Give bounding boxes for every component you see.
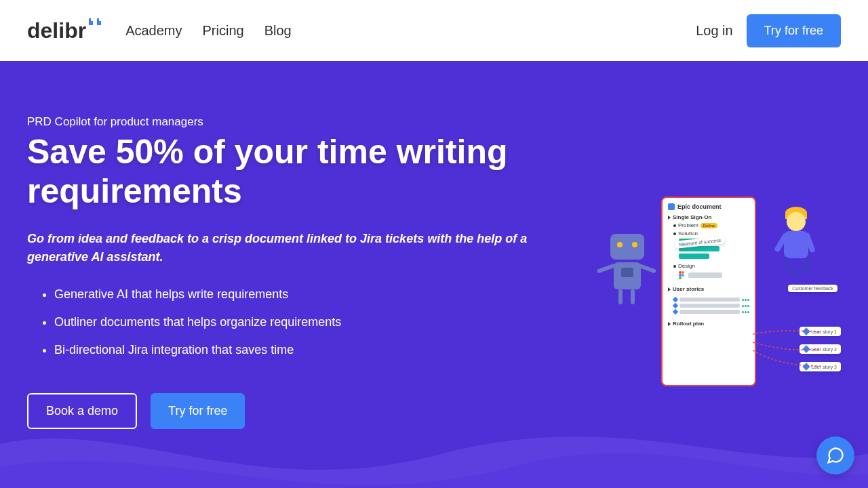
try-free-hero-button[interactable]: Try for free [151, 393, 245, 429]
nav-pricing[interactable]: Pricing [203, 23, 244, 39]
illustration-document-card: Epic document Single Sign-On Problem Def… [661, 197, 756, 386]
figma-icon [679, 271, 684, 279]
chat-widget-button[interactable] [816, 436, 854, 474]
doc-section-problem: Problem [678, 222, 698, 228]
doc-section-sso: Single Sign-On [673, 214, 711, 220]
try-free-header-button[interactable]: Try for free [747, 14, 841, 47]
logo-quotes-icon [87, 17, 105, 30]
nav-academy[interactable]: Academy [125, 23, 182, 39]
hero-bullet: Bi-directional Jira integration that sav… [54, 341, 556, 359]
jira-diamond-icon [803, 327, 810, 335]
hero-title: Save 50% of your time writing requiremen… [27, 133, 556, 211]
hero-cta-group: Book a demo Try for free [27, 393, 556, 429]
label-customer-feedback: Customer feedback [788, 285, 837, 292]
doc-section-design: Design [678, 263, 695, 269]
story-chip: User story 2 [800, 344, 841, 354]
hero-bullet: Generative AI that helps write requireme… [54, 285, 556, 304]
nav-blog[interactable]: Blog [264, 23, 292, 39]
hero-eyebrow: PRD Copilot for product managers [27, 115, 556, 129]
doc-section-rollout: Rollout plan [673, 321, 704, 327]
doc-section-solution: Solution [678, 230, 698, 237]
hero-feature-list: Generative AI that helps write requireme… [27, 285, 556, 359]
doc-badge-define: Define [701, 223, 717, 228]
story-chip: User story 3 [800, 362, 841, 371]
chat-icon [826, 446, 845, 465]
hero-subtitle: Go from idea and feedback to a crisp doc… [27, 230, 529, 266]
main-nav: Academy Pricing Blog [125, 23, 292, 39]
hero-illustration: Epic document Single Sign-On Problem Def… [597, 197, 841, 400]
logo-text: delibr [27, 18, 86, 43]
expand-icon [668, 216, 671, 220]
expand-icon [668, 287, 671, 291]
login-link[interactable]: Log in [696, 23, 733, 39]
doc-header-icon [668, 203, 675, 210]
header-left: delibr Academy Pricing Blog [27, 18, 292, 43]
header-right: Log in Try for free [696, 14, 841, 47]
person-illustration [766, 207, 827, 288]
doc-section-user-stories: User stories [673, 286, 704, 292]
site-header: delibr Academy Pricing Blog Log in Try f… [0, 0, 868, 61]
hero-content: PRD Copilot for product managers Save 50… [27, 115, 556, 461]
robot-illustration [597, 234, 654, 308]
doc-title: Epic document [677, 203, 722, 210]
hero-section: PRD Copilot for product managers Save 50… [0, 61, 868, 488]
doc-header: Epic document [668, 203, 749, 210]
story-chip: User story 1 [800, 327, 841, 336]
hero-bullet: Outliner documents that helps organize r… [54, 313, 556, 331]
expand-icon [668, 322, 671, 326]
book-demo-button[interactable]: Book a demo [27, 393, 137, 429]
jira-diamond-icon [803, 363, 810, 370]
jira-diamond-icon [803, 345, 810, 352]
logo[interactable]: delibr [27, 18, 105, 43]
